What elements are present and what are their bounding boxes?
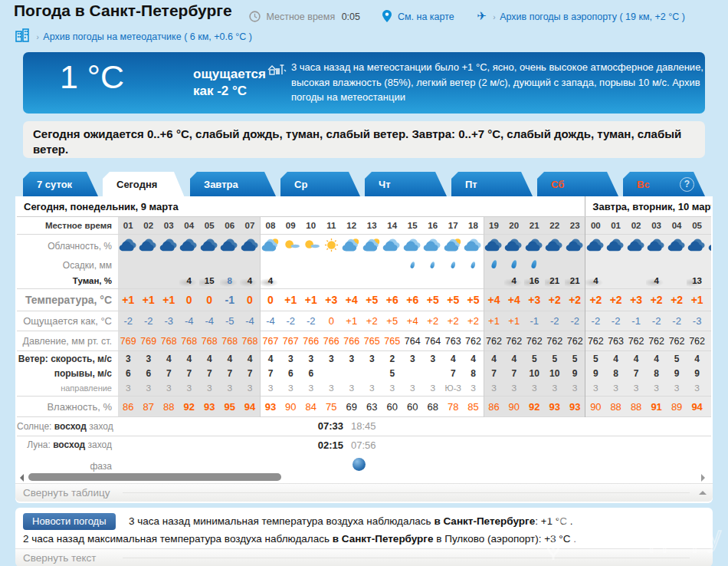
cell-wind-gusts-09: 6	[280, 367, 301, 380]
cell-pressure-19: 762	[484, 331, 504, 351]
cell-cloudiness-03	[159, 235, 179, 258]
scroll-right-arrow-icon[interactable]	[701, 474, 705, 482]
cell-hour-05: 05	[199, 217, 220, 235]
cell-wind-speed-09: 3	[280, 351, 301, 367]
help-icon[interactable]: ?	[680, 177, 694, 192]
cell-cloudiness-03	[646, 235, 667, 258]
cell-wind-direction-12: З	[342, 380, 362, 397]
cell-temperature-08: 0	[261, 289, 281, 311]
night-clouds-icon	[119, 244, 138, 255]
cell-hour-23: 23	[565, 217, 585, 235]
sun-icon	[322, 244, 341, 255]
cell-precip-01	[118, 258, 139, 273]
clouds-sun-icon	[261, 244, 280, 255]
moon-set-time: 07:56	[351, 439, 385, 451]
cell-temperature-17: +5	[443, 289, 464, 311]
cell-fog-20: 4	[504, 273, 525, 289]
row-label-wind-speed: Ветер: скорость, м/с	[17, 351, 118, 367]
row-label-feels-like: Ощущается как, °C	[17, 311, 118, 331]
cell-pressure-02: 769	[139, 331, 159, 351]
cell-precip-22	[545, 258, 566, 273]
cell-humidity-09: 90	[280, 397, 301, 417]
tab-Вс[interactable]: Вс?	[623, 172, 705, 196]
cell-hour-18: 18	[464, 217, 484, 235]
cell-precip-17	[443, 258, 464, 273]
sensor-archive-link[interactable]: Архив погоды на метеодатчике ( 6 км, +0.…	[43, 31, 252, 42]
night-clouds-icon	[586, 244, 605, 255]
cell-temperature-20: +4	[504, 289, 525, 311]
cell-humidity-03: 88	[159, 397, 179, 417]
tab-Сб[interactable]: Сб	[537, 172, 618, 196]
cell-wind-speed-05: 4	[687, 351, 707, 367]
collapse-table-bar[interactable]: Свернуть таблицу	[15, 483, 713, 502]
cell-feels-like-01: -2	[118, 311, 139, 331]
cell-precip-20	[504, 258, 525, 273]
cell-pressure-14: 765	[382, 331, 403, 351]
cell-fog-11	[321, 273, 342, 289]
night-clouds-icon	[687, 244, 707, 255]
cell-pressure-17: 763	[443, 331, 464, 351]
tab-Сегодня[interactable]: Сегодня	[103, 172, 185, 199]
cell-hour-05: 05	[687, 217, 707, 235]
cell-feels-like-10: -2	[301, 311, 322, 331]
cell-wind-direction-07: З	[240, 380, 261, 397]
cell-precip-12	[342, 258, 362, 273]
tab-Ср[interactable]: Ср	[280, 172, 360, 196]
weather-station-icon	[267, 63, 287, 81]
news-badge[interactable]: Новости погоды	[23, 513, 116, 530]
clouds-icon	[403, 244, 422, 255]
cell-hour-20: 20	[504, 217, 525, 235]
tab-Завтра[interactable]: Завтра	[190, 172, 276, 196]
cell-feels-like-02: -1	[626, 311, 647, 331]
cell-feels-like-19: +1	[484, 311, 504, 331]
airport-archive-link[interactable]: Архив погоды в аэропорту ( 19 км, +2 °C …	[500, 12, 685, 22]
current-summary: 3 часа назад на метеостанции было +1 °C,…	[291, 60, 719, 105]
cell-fog-23: 21	[565, 273, 585, 289]
tab-Чт[interactable]: Чт	[365, 172, 447, 196]
cell-pressure-11: 766	[321, 331, 342, 351]
collapse-text-bar[interactable]: Свернуть текст	[15, 548, 713, 566]
cell-temperature-02: +1	[139, 289, 159, 311]
cell-feels-like-03: -2	[646, 311, 667, 331]
night-clouds-icon	[139, 244, 158, 255]
cell-precip-x	[707, 258, 711, 273]
cell-precip-18	[464, 258, 484, 273]
cell-hour-06: 06	[220, 217, 241, 235]
cell-temperature-09: +1	[280, 289, 301, 311]
cell-temperature-19: +4	[484, 289, 504, 311]
cell-humidity-10: 84	[301, 397, 322, 417]
clouds-sun-icon	[444, 244, 463, 255]
cell-wind-speed-01: 4	[605, 351, 626, 367]
cell-fog-02	[626, 273, 647, 289]
cell-precip-00	[585, 258, 606, 273]
cell-fog-10	[301, 273, 322, 289]
night-clouds-icon	[627, 244, 646, 255]
cell-precip-16	[423, 258, 444, 273]
cell-precip-04	[667, 258, 687, 273]
tab-7 суток[interactable]: 7 суток	[23, 172, 98, 196]
night-clouds-icon	[484, 244, 503, 255]
sun-values: 07:3318:45	[118, 417, 711, 436]
night-clouds-icon	[241, 244, 260, 255]
sun-rise-time: 07:33	[311, 420, 343, 432]
cell-fog-01	[118, 273, 139, 289]
scroll-left-arrow-icon[interactable]	[20, 474, 24, 482]
scrollbar-thumb[interactable]	[28, 473, 281, 481]
cell-feels-like-13: +2	[362, 311, 382, 331]
cell-pressure-13: 765	[362, 331, 382, 351]
cell-hour-10: 10	[301, 217, 322, 235]
cell-wind-speed-22: 5	[545, 351, 566, 367]
cell-humidity-19: 86	[484, 397, 504, 417]
feels-like: ощущаетсякак -2 °C	[193, 66, 266, 100]
moon-phase-icon	[353, 458, 366, 471]
tab-Пт[interactable]: Пт	[451, 172, 533, 196]
cell-fog-14	[382, 273, 403, 289]
cell-wind-direction-18: З	[464, 380, 484, 397]
cell-cloudiness-20	[504, 235, 525, 258]
cell-precip-13	[362, 258, 382, 273]
map-link[interactable]: См. на карте	[398, 12, 454, 22]
news-line-1: 3 часа назад минимальная температура воз…	[129, 515, 572, 527]
chevron-right-icon: ›	[493, 13, 495, 21]
cell-fog-05: 13	[687, 273, 707, 289]
cell-wind-speed-02: 3	[139, 351, 159, 367]
